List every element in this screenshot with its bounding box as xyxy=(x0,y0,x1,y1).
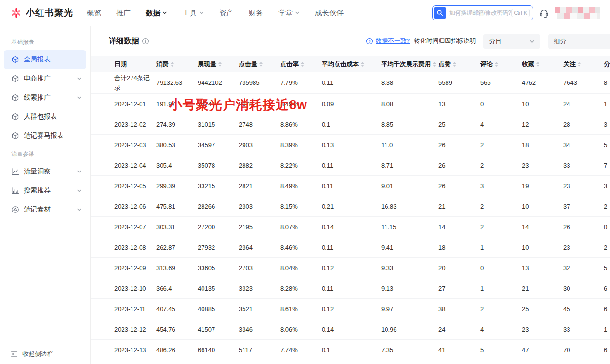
table-cell: 5117 xyxy=(239,346,280,354)
sort-icon[interactable] xyxy=(578,62,581,67)
sidebar-item-traffic-insight[interactable]: 流量洞察 xyxy=(4,162,86,181)
sort-icon[interactable] xyxy=(171,62,174,67)
table-cell: 565 xyxy=(480,79,522,86)
table-cell: 3 xyxy=(604,182,610,190)
table-cell: 0.21 xyxy=(322,203,381,210)
sort-icon[interactable] xyxy=(453,62,456,67)
table-cell: 8.08 xyxy=(381,101,438,108)
sort-icon[interactable] xyxy=(218,62,222,67)
table-cell: 41 xyxy=(438,346,480,354)
table-cell: 2195 xyxy=(239,223,280,231)
sidebar-item-label: 电商推广 xyxy=(24,74,51,83)
logo-starburst-icon xyxy=(10,7,22,19)
info-icon[interactable] xyxy=(142,38,149,45)
nav-item-assets[interactable]: 资产 xyxy=(219,9,234,18)
table-cell: 2882 xyxy=(239,162,280,169)
sidebar-item-global-report[interactable]: 全局报表 xyxy=(4,50,86,69)
table-cell: 10.96 xyxy=(381,326,438,333)
column-header[interactable]: 平均点击成本 xyxy=(322,60,381,69)
page-title: 详细数据 xyxy=(109,36,139,46)
nav-item-academy[interactable]: 学堂 xyxy=(278,9,300,18)
data-table: 日期消费展现量点击量点击率平均点击成本平均千次展示费用点赞评论收藏关注分享 合计… xyxy=(91,56,610,360)
sort-icon[interactable] xyxy=(301,62,304,67)
app-logo[interactable]: 小红书聚光 xyxy=(10,7,73,19)
table-cell: 2748 xyxy=(239,121,280,128)
topbar-right: 如何换绑邮箱/修改密码? Ctrl K xyxy=(432,5,600,20)
sort-icon[interactable] xyxy=(495,62,498,67)
nav-item-promotion[interactable]: 推广 xyxy=(116,9,131,18)
column-header[interactable]: 关注 xyxy=(563,60,604,69)
column-header[interactable]: 展现量 xyxy=(198,60,239,69)
table-cell: 5 xyxy=(604,142,610,149)
column-header[interactable]: 评论 xyxy=(480,60,522,69)
cube-icon xyxy=(11,56,19,63)
segment-value: 细分 xyxy=(554,37,566,46)
collapse-sidebar-button[interactable]: 收起侧边栏 xyxy=(10,350,53,358)
sidebar: 基础报表全局报表电商推广线索推广人群包报表笔记赛马报表流量参谋流量洞察搜索推荐笔… xyxy=(0,26,91,364)
table-cell: 2023-12-05 xyxy=(114,182,156,190)
sidebar-item-note-race-report[interactable]: 笔记赛马报表 xyxy=(4,126,86,145)
sidebar-item-ecommerce-promo[interactable]: 电商推广 xyxy=(4,69,86,88)
column-label: 点赞 xyxy=(438,60,451,69)
table-cell: 0 xyxy=(480,101,522,108)
nav-label: 概览 xyxy=(87,9,101,18)
table-cell: 0.12 xyxy=(322,305,381,313)
sort-icon[interactable] xyxy=(259,62,263,67)
column-header[interactable]: 点击率 xyxy=(280,60,322,69)
table-cell: 34597 xyxy=(198,142,239,149)
nav-label: 学堂 xyxy=(278,9,293,18)
table-cell: 5 xyxy=(480,346,522,354)
sort-icon[interactable] xyxy=(536,62,539,67)
nav-item-overview[interactable]: 概览 xyxy=(87,9,101,18)
user-account-redacted[interactable] xyxy=(555,7,600,19)
column-label: 分享 xyxy=(604,60,610,69)
data-inconsistent-link[interactable]: 数据不一致? xyxy=(376,37,410,45)
table-cell: 8.49% xyxy=(280,182,322,190)
segment-select[interactable]: 细分 xyxy=(548,34,610,49)
sidebar-item-note-material[interactable]: 笔记素材 xyxy=(4,200,86,219)
chevron-down-icon xyxy=(77,95,81,100)
column-header[interactable]: 点赞 xyxy=(438,60,480,69)
attribution-note-link[interactable]: 转化时间归因指标说明 xyxy=(414,37,476,45)
sidebar-item-lead-promo[interactable]: 线索推广 xyxy=(4,88,86,107)
table-cell: 5589 xyxy=(438,79,480,86)
table-cell: 25 xyxy=(438,121,480,128)
nav-item-finance[interactable]: 财务 xyxy=(249,9,263,18)
table-cell: 2 xyxy=(604,244,610,251)
column-header[interactable]: 点击量 xyxy=(239,60,280,69)
table-cell: 41507 xyxy=(198,326,239,333)
column-header[interactable]: 分享 xyxy=(604,60,610,69)
column-header[interactable]: 收藏 xyxy=(522,60,563,69)
sidebar-item-search-recommend[interactable]: 搜索推荐 xyxy=(4,181,86,200)
sort-icon[interactable] xyxy=(361,62,364,67)
table-cell: 14 xyxy=(438,223,480,231)
table-cell: 2023-12-07 xyxy=(114,223,156,231)
help-search-input[interactable]: 如何换绑邮箱/修改密码? Ctrl K xyxy=(432,5,533,20)
main-nav: 概览推广数据工具资产财务学堂成长伙伴 xyxy=(87,9,344,18)
table-cell: 合计274条记录 xyxy=(114,73,156,92)
granularity-select[interactable]: 分日 xyxy=(483,34,540,49)
table-cell: 366.4 xyxy=(156,285,198,292)
table-cell: 9.97 xyxy=(381,305,438,313)
table-cell: 45 xyxy=(563,305,604,313)
column-header[interactable]: 消费 xyxy=(156,60,198,69)
table-cell: 8.46% xyxy=(280,244,322,251)
table-cell: 23 xyxy=(522,162,563,169)
table-cell: 37 xyxy=(563,203,604,210)
table-cell: 2023-12-12 xyxy=(114,326,156,333)
table-cell: 2364 xyxy=(239,244,280,251)
sort-icon[interactable] xyxy=(433,62,436,67)
table-cell: 2703 xyxy=(239,264,280,272)
chevron-down-icon xyxy=(163,10,167,15)
nav-item-tools[interactable]: 工具 xyxy=(183,9,204,18)
column-label: 展现量 xyxy=(198,60,216,69)
collapse-icon xyxy=(10,350,18,358)
nav-item-data[interactable]: 数据 xyxy=(146,9,167,18)
table-cell: 33 xyxy=(563,326,604,333)
table-cell: 0.12 xyxy=(322,264,381,272)
sidebar-item-audience-report[interactable]: 人群包报表 xyxy=(4,107,86,126)
column-header[interactable]: 平均千次展示费用 xyxy=(381,60,438,69)
customer-service-icon[interactable] xyxy=(539,8,549,18)
nav-item-growth-partner[interactable]: 成长伙伴 xyxy=(315,9,344,18)
search-icon xyxy=(434,7,446,19)
